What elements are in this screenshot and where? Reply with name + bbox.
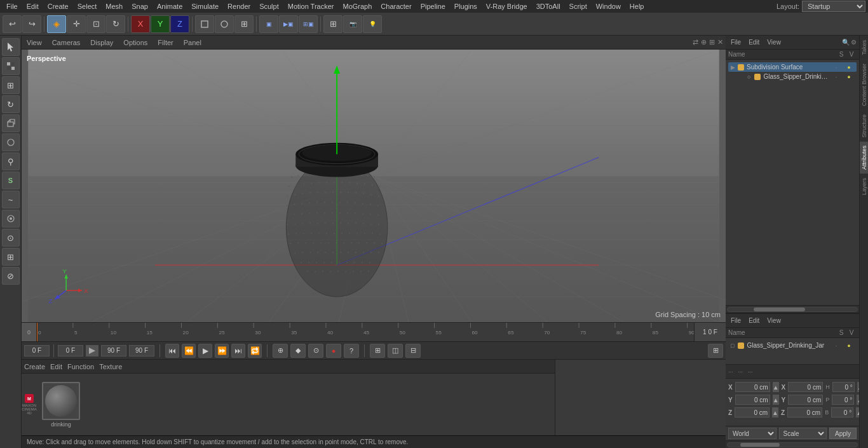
menu-pipeline[interactable]: Pipeline	[417, 0, 449, 13]
coord-b-input[interactable]	[831, 407, 853, 417]
menu-file[interactable]: File	[3, 0, 22, 13]
viewport-icon-close[interactable]: ✕	[717, 38, 723, 46]
viewport-icon-center[interactable]: ⊕	[701, 38, 707, 46]
hud-button[interactable]: ⊞	[708, 344, 723, 358]
frame-step-btn[interactable]	[86, 345, 98, 356]
scale-mode-button[interactable]: ⊡	[86, 15, 105, 33]
cube-button[interactable]	[195, 15, 214, 33]
scene-s[interactable]: ·	[831, 343, 841, 349]
layout-view-button[interactable]: ⊟	[405, 344, 421, 358]
menu-mesh[interactable]: Mesh	[102, 0, 126, 13]
step-fwd-button[interactable]: ⏩	[215, 344, 229, 358]
motion-button[interactable]: ⊞	[370, 344, 385, 358]
path-tool-button[interactable]: ⚲	[2, 153, 20, 170]
scene-edit-menu[interactable]: Edit	[746, 317, 762, 324]
coord-h-input[interactable]	[832, 382, 855, 392]
tree-v-1[interactable]: ●	[844, 64, 854, 71]
scrollbar-thumb[interactable]	[754, 308, 806, 311]
record-button[interactable]: ●	[326, 344, 341, 358]
scene-view-menu[interactable]: View	[764, 317, 783, 324]
viewport-canvas[interactable]: Perspective	[22, 50, 726, 322]
vtab-layers[interactable]: Layers	[860, 173, 868, 199]
hscrollbar-track[interactable]	[727, 442, 858, 447]
coord-y-rot-input[interactable]	[788, 395, 823, 405]
material-tab-texture[interactable]: Texture	[99, 363, 122, 370]
coord-x-pos-input[interactable]	[735, 382, 770, 392]
panel-scrollbar[interactable]	[726, 305, 859, 313]
snap-to-frame-button[interactable]: ⊕	[273, 344, 288, 358]
material-tab-create[interactable]: Create	[24, 363, 45, 370]
redo-button[interactable]: ↪	[22, 15, 41, 33]
scene-file-menu[interactable]: File	[728, 317, 743, 324]
snake-tool-button[interactable]: ~	[2, 191, 20, 208]
nurbs-button[interactable]: ⊞	[234, 15, 254, 33]
render-button[interactable]: ▶▣	[279, 15, 298, 33]
undo-button[interactable]: ↩	[3, 15, 22, 33]
rotate-mode-button[interactable]: ↻	[106, 15, 125, 33]
loop-button[interactable]: 🔁	[248, 344, 262, 358]
object-edit-menu[interactable]: Edit	[746, 39, 762, 46]
layout-dropdown[interactable]: Startup	[802, 1, 865, 12]
viewport-tab-options[interactable]: Options	[121, 39, 150, 46]
material-thumb[interactable]	[42, 382, 80, 420]
pointer-tool-button[interactable]	[2, 38, 20, 56]
menu-edit[interactable]: Edit	[23, 0, 43, 13]
menu-create[interactable]: Create	[44, 0, 72, 13]
paint-tool-button[interactable]	[2, 210, 20, 227]
render-to-po-button[interactable]: ⊞▣	[299, 15, 318, 33]
spline-button[interactable]	[215, 15, 234, 33]
menu-script[interactable]: Script	[566, 0, 591, 13]
axis-x-button[interactable]: X	[131, 15, 150, 33]
s-tool-button[interactable]: S	[2, 172, 20, 189]
viewport-tab-panel[interactable]: Panel	[181, 39, 204, 46]
apply-button[interactable]: Apply	[829, 428, 857, 439]
render-region-button[interactable]: ▣	[259, 15, 278, 33]
question-button[interactable]: ?	[344, 344, 359, 358]
world-dropdown[interactable]: World	[728, 428, 776, 439]
material-thumb-container[interactable]: drinking	[42, 382, 80, 428]
coord-x-pos-up[interactable]: ▲	[773, 382, 779, 392]
coord-p-input[interactable]	[832, 395, 854, 405]
scale-dropdown[interactable]: Scale	[779, 428, 827, 439]
vtab-structure[interactable]: Structure	[860, 110, 868, 142]
right-panel-hscrollbar[interactable]	[726, 440, 859, 448]
end-frame-input[interactable]	[101, 345, 126, 356]
current-frame-input[interactable]	[24, 345, 50, 356]
viewport-icon-expand[interactable]: ⇄	[693, 38, 698, 46]
cube-tool-button[interactable]	[2, 114, 20, 132]
menu-mograph[interactable]: MoGraph	[339, 0, 376, 13]
keyframe-button[interactable]: ◆	[290, 344, 306, 358]
object-view-menu[interactable]: View	[764, 39, 783, 46]
menu-animate[interactable]: Animate	[153, 0, 186, 13]
viewport-tab-display[interactable]: Display	[88, 39, 116, 46]
tree-s-1[interactable]: ·	[831, 64, 841, 71]
end-button[interactable]: ⏭	[231, 344, 245, 358]
menu-character[interactable]: Character	[377, 0, 415, 13]
coord-x-rot-input[interactable]	[788, 382, 823, 392]
viewport-tab-filter[interactable]: Filter	[155, 39, 175, 46]
viewport-tab-view[interactable]: View	[24, 39, 44, 46]
object-file-menu[interactable]: File	[728, 39, 743, 46]
select-mode-button[interactable]: ◈	[47, 15, 66, 33]
tree-expand-icon[interactable]: ▶	[731, 64, 735, 71]
move-mode-button[interactable]: ✛	[67, 15, 86, 33]
scene-v[interactable]: ●	[844, 343, 854, 349]
fps-input[interactable]	[129, 345, 154, 356]
tree-s-2[interactable]: ·	[831, 74, 841, 80]
light-button[interactable]: 💡	[363, 15, 382, 33]
hscrollbar-thumb[interactable]	[740, 443, 779, 447]
menu-plugins[interactable]: Plugins	[451, 0, 481, 13]
timeline-track[interactable]: 0 5 10 15 20 25 30 35	[37, 323, 694, 341]
checkerboard-button[interactable]	[2, 57, 20, 75]
grid-tool-button[interactable]: ⊞	[2, 76, 20, 94]
material-tab-function[interactable]: Function	[67, 363, 94, 370]
magnet-tool-button[interactable]: ⊙	[2, 229, 20, 247]
grid2-tool-button[interactable]: ⊞	[2, 248, 20, 266]
tree-item-jar-scene[interactable]: □ Glass_Sipper_Drinking_Jar · ●	[728, 341, 857, 350]
vtab-attributes[interactable]: Attributes	[860, 141, 868, 173]
vtab-takes[interactable]: Takes	[860, 36, 868, 59]
step-back-button[interactable]: ⏪	[182, 344, 196, 358]
start-frame-input[interactable]	[58, 345, 83, 356]
axis-z-button[interactable]: Z	[170, 15, 189, 33]
coord-y-pos-up[interactable]: ▲	[773, 395, 779, 405]
